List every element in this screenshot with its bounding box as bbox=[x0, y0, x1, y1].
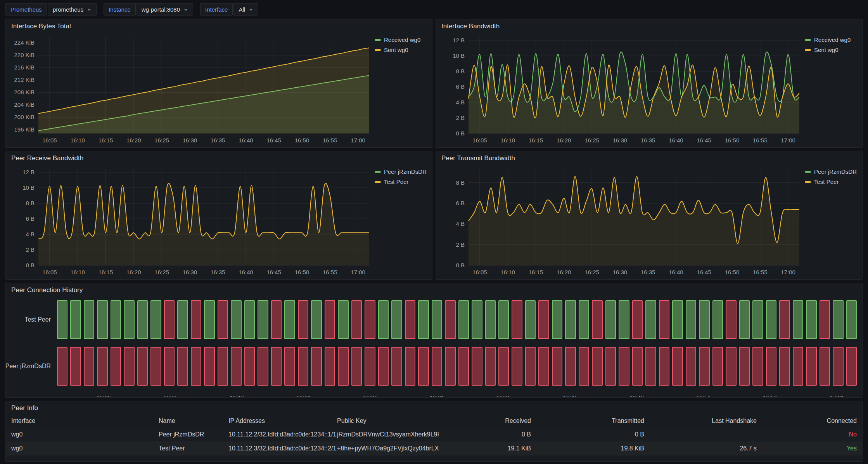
status-bar-connected[interactable] bbox=[472, 300, 482, 339]
status-bar-connected[interactable] bbox=[418, 300, 429, 339]
status-bar-connected[interactable] bbox=[244, 300, 255, 339]
status-bar-disconnected[interactable] bbox=[485, 347, 496, 386]
status-bar-disconnected[interactable] bbox=[244, 347, 255, 386]
status-bar-disconnected[interactable] bbox=[204, 347, 214, 386]
status-bar-connected[interactable] bbox=[432, 300, 442, 339]
status-bar-connected[interactable] bbox=[579, 300, 589, 339]
status-bar-connected[interactable] bbox=[338, 300, 348, 339]
status-bar-connected[interactable] bbox=[284, 300, 295, 339]
panel-title[interactable]: Interface Bandwidth bbox=[436, 19, 862, 31]
status-bar-disconnected[interactable] bbox=[752, 347, 763, 386]
status-bar-disconnected[interactable] bbox=[512, 300, 522, 339]
legend-item[interactable]: Sent wg0 bbox=[375, 47, 430, 53]
status-bar-disconnected[interactable] bbox=[338, 347, 348, 386]
status-bar-connected[interactable] bbox=[124, 300, 134, 339]
status-bar-disconnected[interactable] bbox=[231, 347, 241, 386]
column-header-received[interactable]: Received bbox=[439, 417, 531, 424]
status-bar-disconnected[interactable] bbox=[538, 347, 549, 386]
legend-item[interactable]: Received wg0 bbox=[805, 36, 860, 43]
status-bar-connected[interactable] bbox=[645, 300, 656, 339]
legend-item[interactable]: Received wg0 bbox=[375, 36, 430, 43]
status-bar-disconnected[interactable] bbox=[833, 347, 843, 386]
legend-item[interactable]: Sent wg0 bbox=[805, 47, 860, 53]
panel-title[interactable]: Peer Info bbox=[6, 401, 862, 413]
status-bar-disconnected[interactable] bbox=[57, 347, 67, 386]
status-bar-disconnected[interactable] bbox=[565, 347, 576, 386]
status-bar-connected[interactable] bbox=[458, 300, 469, 339]
status-bar-disconnected[interactable] bbox=[97, 347, 107, 386]
status-bar-disconnected[interactable] bbox=[150, 347, 161, 386]
status-bar-disconnected[interactable] bbox=[298, 347, 308, 386]
status-bar-disconnected[interactable] bbox=[672, 347, 683, 386]
status-bar-disconnected[interactable] bbox=[405, 347, 415, 386]
status-bar-connected[interactable] bbox=[57, 300, 67, 339]
status-bar-disconnected[interactable] bbox=[525, 347, 536, 386]
status-bar-connected[interactable] bbox=[552, 300, 562, 339]
status-bar-disconnected[interactable] bbox=[632, 300, 643, 339]
status-bar-disconnected[interactable] bbox=[70, 347, 81, 386]
status-bar-disconnected[interactable] bbox=[579, 347, 589, 386]
status-bar-disconnected[interactable] bbox=[191, 347, 201, 386]
panel-title[interactable]: Peer Receive Bandwidth bbox=[6, 151, 432, 163]
status-bar-disconnected[interactable] bbox=[605, 347, 616, 386]
column-header-public-key[interactable]: Public Key bbox=[337, 417, 439, 424]
status-bar-connected[interactable] bbox=[258, 300, 268, 339]
status-bar-disconnected[interactable] bbox=[177, 347, 188, 386]
status-bar-disconnected[interactable] bbox=[137, 347, 148, 386]
status-bar-disconnected[interactable] bbox=[846, 347, 857, 386]
chart-canvas[interactable]: 0 B2 B4 B6 B8 B10 B12 B16:0516:1016:1516… bbox=[439, 31, 805, 146]
column-header-ip-addresses[interactable]: IP Addresses bbox=[228, 417, 337, 424]
status-bar-disconnected[interactable] bbox=[271, 347, 282, 386]
status-bar-connected[interactable] bbox=[686, 300, 696, 339]
status-bar-disconnected[interactable] bbox=[552, 347, 562, 386]
var-interface-select[interactable]: All bbox=[233, 3, 258, 16]
status-bar-connected[interactable] bbox=[111, 300, 121, 339]
status-bar-connected[interactable] bbox=[231, 300, 241, 339]
status-bar-connected[interactable] bbox=[391, 300, 402, 339]
status-bar-disconnected[interactable] bbox=[779, 347, 790, 386]
status-bar-disconnected[interactable] bbox=[298, 300, 308, 339]
status-bar-connected[interactable] bbox=[752, 300, 763, 339]
status-bar-disconnected[interactable] bbox=[739, 347, 750, 386]
status-bar-disconnected[interactable] bbox=[445, 300, 455, 339]
column-header-interface[interactable]: Interface bbox=[11, 417, 159, 424]
status-bar-disconnected[interactable] bbox=[472, 347, 482, 386]
status-bar-connected[interactable] bbox=[485, 300, 496, 339]
status-bar-connected[interactable] bbox=[204, 300, 214, 339]
status-bar-disconnected[interactable] bbox=[659, 300, 669, 339]
status-bar-connected[interactable] bbox=[833, 300, 843, 339]
status-bar-disconnected[interactable] bbox=[592, 347, 602, 386]
status-bar-disconnected[interactable] bbox=[84, 347, 94, 386]
panel-title[interactable]: Interface Bytes Total bbox=[6, 19, 432, 31]
chart-canvas[interactable]: 0 B2 B4 B6 B8 B16:0516:1016:1516:2016:25… bbox=[439, 163, 805, 278]
status-bar-disconnected[interactable] bbox=[191, 300, 201, 339]
status-bar-disconnected[interactable] bbox=[405, 300, 415, 339]
status-bar-disconnected[interactable] bbox=[284, 347, 295, 386]
status-bar-disconnected[interactable] bbox=[218, 300, 228, 339]
status-bar-disconnected[interactable] bbox=[258, 347, 268, 386]
status-bar-disconnected[interactable] bbox=[391, 347, 402, 386]
var-prometheus-select[interactable]: prometheus bbox=[48, 3, 97, 16]
column-header-last-handshake[interactable]: Last Handshake bbox=[644, 417, 757, 424]
status-bar-connected[interactable] bbox=[97, 300, 107, 339]
status-bar-disconnected[interactable] bbox=[432, 347, 442, 386]
status-bar-connected[interactable] bbox=[150, 300, 161, 339]
status-bar-connected[interactable] bbox=[378, 300, 389, 339]
status-bar-connected[interactable] bbox=[605, 300, 616, 339]
status-bar-disconnected[interactable] bbox=[458, 347, 469, 386]
status-bar-connected[interactable] bbox=[311, 300, 322, 339]
status-bar-disconnected[interactable] bbox=[726, 300, 736, 339]
status-bar-disconnected[interactable] bbox=[351, 300, 362, 339]
status-bar-disconnected[interactable] bbox=[164, 347, 175, 386]
status-bar-connected[interactable] bbox=[565, 300, 576, 339]
status-bar-disconnected[interactable] bbox=[712, 347, 723, 386]
status-bar-disconnected[interactable] bbox=[418, 347, 429, 386]
status-bar-disconnected[interactable] bbox=[365, 347, 375, 386]
status-bar-connected[interactable] bbox=[793, 300, 803, 339]
status-bar-connected[interactable] bbox=[806, 300, 816, 339]
status-bar-connected[interactable] bbox=[766, 300, 776, 339]
status-bar-disconnected[interactable] bbox=[766, 347, 776, 386]
status-bar-connected[interactable] bbox=[84, 300, 94, 339]
var-instance-select[interactable]: wg-portal:8080 bbox=[137, 3, 193, 16]
status-bar-connected[interactable] bbox=[70, 300, 81, 339]
